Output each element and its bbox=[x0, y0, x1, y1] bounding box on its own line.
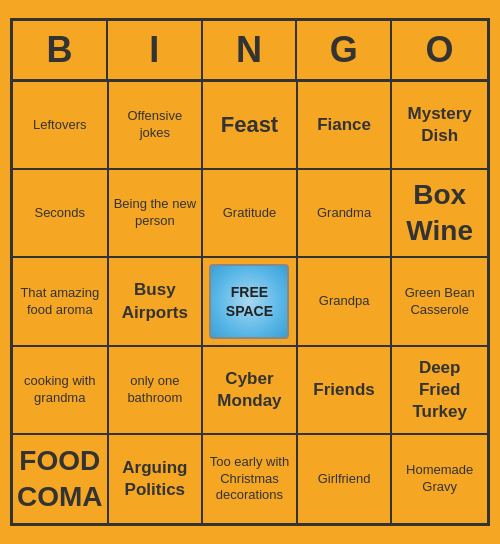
cell-text: Feast bbox=[221, 111, 278, 140]
bingo-cell[interactable]: Arguing Politics bbox=[109, 435, 204, 523]
cell-text: Girlfriend bbox=[318, 471, 371, 488]
bingo-cell[interactable]: Friends bbox=[298, 347, 393, 435]
cell-text: only one bathroom bbox=[113, 373, 198, 407]
bingo-header: BINGO bbox=[13, 21, 487, 82]
cell-text: Cyber Monday bbox=[207, 368, 292, 412]
bingo-cell[interactable]: Deep Fried Turkey bbox=[392, 347, 487, 435]
cell-text: Friends bbox=[313, 379, 374, 401]
header-letter: I bbox=[108, 21, 203, 79]
cell-text: Mystery Dish bbox=[396, 103, 483, 147]
bingo-cell[interactable]: only one bathroom bbox=[109, 347, 204, 435]
bingo-cell[interactable]: FREE SPACE bbox=[203, 258, 298, 347]
bingo-cell[interactable]: Offensive jokes bbox=[109, 82, 204, 170]
header-letter: G bbox=[297, 21, 392, 79]
bingo-cell[interactable]: Mystery Dish bbox=[392, 82, 487, 170]
cell-text: cooking with grandma bbox=[17, 373, 103, 407]
cell-text: Offensive jokes bbox=[113, 108, 198, 142]
bingo-card: BINGO LeftoversOffensive jokesFeastFianc… bbox=[10, 18, 490, 526]
bingo-cell[interactable]: Leftovers bbox=[13, 82, 109, 170]
bingo-cell[interactable]: Gratitude bbox=[203, 170, 298, 258]
bingo-cell[interactable]: Homemade Gravy bbox=[392, 435, 487, 523]
cell-text: Grandma bbox=[317, 205, 371, 222]
bingo-cell[interactable]: Feast bbox=[203, 82, 298, 170]
cell-text: That amazing food aroma bbox=[17, 285, 103, 319]
free-space: FREE SPACE bbox=[209, 264, 289, 339]
bingo-cell[interactable]: Too early with Christmas decorations bbox=[203, 435, 298, 523]
header-letter: N bbox=[203, 21, 298, 79]
cell-text: Homemade Gravy bbox=[396, 462, 483, 496]
cell-text: Fiance bbox=[317, 114, 371, 136]
cell-text: FOOD COMA bbox=[17, 443, 103, 516]
bingo-cell[interactable]: Seconds bbox=[13, 170, 109, 258]
bingo-cell[interactable]: cooking with grandma bbox=[13, 347, 109, 435]
bingo-cell[interactable]: Being the new person bbox=[109, 170, 204, 258]
cell-text: Grandpa bbox=[319, 293, 370, 310]
header-letter: O bbox=[392, 21, 487, 79]
bingo-cell[interactable]: Girlfriend bbox=[298, 435, 393, 523]
cell-text: Deep Fried Turkey bbox=[396, 357, 483, 423]
bingo-cell[interactable]: FOOD COMA bbox=[13, 435, 109, 523]
cell-text: Busy Airports bbox=[113, 279, 198, 323]
bingo-cell[interactable]: Busy Airports bbox=[109, 258, 204, 347]
header-letter: B bbox=[13, 21, 108, 79]
bingo-cell[interactable]: Cyber Monday bbox=[203, 347, 298, 435]
bingo-cell[interactable]: That amazing food aroma bbox=[13, 258, 109, 347]
cell-text: Being the new person bbox=[113, 196, 198, 230]
bingo-grid: LeftoversOffensive jokesFeastFianceMyste… bbox=[13, 82, 487, 523]
cell-text: Green Bean Casserole bbox=[396, 285, 483, 319]
cell-text: Gratitude bbox=[223, 205, 276, 222]
bingo-cell[interactable]: Grandma bbox=[298, 170, 393, 258]
cell-text: Box Wine bbox=[396, 177, 483, 250]
bingo-cell[interactable]: Grandpa bbox=[298, 258, 393, 347]
cell-text: Too early with Christmas decorations bbox=[207, 454, 292, 505]
bingo-cell[interactable]: Box Wine bbox=[392, 170, 487, 258]
cell-text: Arguing Politics bbox=[113, 457, 198, 501]
cell-text: Leftovers bbox=[33, 117, 86, 134]
cell-text: Seconds bbox=[34, 205, 85, 222]
bingo-cell[interactable]: Green Bean Casserole bbox=[392, 258, 487, 347]
bingo-cell[interactable]: Fiance bbox=[298, 82, 393, 170]
